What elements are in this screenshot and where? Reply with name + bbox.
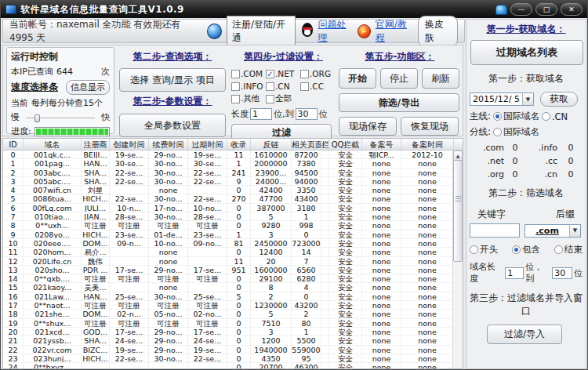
table-cell: 00fLg.com [24, 204, 82, 212]
column-header-12[interactable]: 备案时间 [401, 139, 454, 150]
table-row[interactable]: 170**naot...可注册可注册可注册可注册0123000043200安全n… [3, 301, 452, 310]
get-domains-panel: 第一步-获取域名： 过期域名列表 第一步：获取域名 2015/12/ 5 ▼ 获… [466, 19, 586, 369]
table-row[interactable]: 90208yo...HICH...23-se...01-de...23-se..… [3, 230, 452, 239]
table-row[interactable]: 12020Life.cn魏伟none11207安全nonenone [3, 257, 452, 266]
table-row[interactable]: 50086tua...HICH...22-se...30-no...22-se.… [3, 194, 452, 203]
register-login-button[interactable]: 注册/登陆/开通 [227, 16, 296, 47]
table-row[interactable]: 7010tiao...JIAN...28-se...30-no...28-se.… [3, 212, 452, 221]
tld-checkbox-net[interactable]: ✓.NET [266, 67, 300, 80]
column-header-4[interactable]: 续费时间 [149, 139, 188, 150]
table-row[interactable]: 2003abc....SHA...22-se...30-no...22-se..… [3, 169, 452, 177]
close-button[interactable]: ✕ [561, 3, 583, 16]
column-header-0[interactable]: ID [3, 139, 24, 150]
match-radio-结束[interactable]: 结束 [554, 244, 583, 256]
tld-checkbox-com[interactable]: .COM [231, 67, 266, 80]
table-row[interactable]: 13020sho...PDR ...17-se...29-no...17-se.… [3, 266, 452, 274]
minimize-button[interactable]: — [510, 3, 532, 16]
table-row[interactable]: 10020eee....DOM...09-n...10-no...09-no..… [3, 239, 452, 248]
table-cell: 0**naot... [24, 301, 82, 309]
titlebar-gem-icon[interactable] [495, 5, 507, 15]
table-cell: none [362, 177, 401, 185]
stop-button[interactable]: 停止 [380, 68, 418, 89]
table-row[interactable]: 600fLg.comJULI...10-n...17-no...10-no...… [3, 204, 452, 212]
domain-length-to-input[interactable]: 30 [552, 267, 572, 279]
column-header-6[interactable]: 收录 [227, 139, 251, 150]
tld-checkbox-其他[interactable]: .其他 [231, 92, 266, 105]
column-header-7[interactable]: 反链 [251, 139, 292, 150]
get-button[interactable]: 获取 [540, 92, 578, 107]
table-row[interactable]: 23023hunj...HICH...22-se...30-no...22-se… [3, 354, 452, 363]
table-row[interactable]: 20021xcd...GOD...17-se...29-no...17-se..… [3, 328, 452, 336]
table-row[interactable]: 18021she...DOM...02-n...05-no...02-no...… [3, 310, 452, 318]
table-row[interactable]: 15021kaoy...吴美...none084安全nonenone [3, 283, 452, 292]
tld-checkbox-info[interactable]: .INFO [231, 80, 266, 92]
scrollbar-thumb[interactable] [453, 160, 463, 262]
table-row[interactable]: 0001gk.c...BEIJI...19-se...29-no...19-se… [3, 151, 452, 159]
match-radio-包含[interactable]: 包含 [512, 244, 540, 256]
column-header-8[interactable]: 相关页面 [292, 139, 321, 150]
branch-line-label: 分线: [470, 126, 491, 138]
table-cell: 95 [292, 354, 321, 362]
scene-restore-button[interactable]: 恢复现场 [401, 117, 459, 136]
main-line-radio-国际域名[interactable]: 国际域名 [493, 111, 539, 122]
table-row[interactable]: 21021yssb...SHA...24-se...29-no...24-se.… [3, 336, 452, 345]
table-scrollbar[interactable]: ▲ [452, 151, 463, 368]
tld-checkbox-cn[interactable]: .CN [266, 80, 300, 92]
start-button[interactable]: 开始 [339, 68, 376, 89]
tld-checkbox-cc[interactable]: .CC [300, 80, 335, 92]
issue-help-link[interactable]: 问题处理 [318, 18, 353, 45]
info-display-button[interactable]: 信息显示 [66, 80, 110, 95]
table-cell: none [401, 159, 452, 167]
table-row[interactable]: 140**gxb....可注册可注册可注册可注册0291006280安全none… [3, 274, 452, 283]
tld-checkbox-全部[interactable]: 全部 [266, 92, 300, 105]
table-cell: 3180 [292, 204, 321, 212]
table-cell: 021she... [24, 310, 82, 317]
speed-slider[interactable] [26, 113, 95, 122]
column-header-3[interactable]: 创建时间 [110, 139, 149, 150]
table-row[interactable]: 16021Law...HAN...25-se...30-no...25-se..… [3, 292, 452, 301]
table-cell: none [401, 266, 452, 274]
table-row[interactable]: 22022vr.comBIZC...19-se...29-no...19-se.… [3, 346, 452, 354]
table-row[interactable]: 4007wifi.cn刘星none0424003350安全nonenone [3, 186, 452, 194]
table-cell: 387000 [251, 204, 292, 212]
filter-export-button[interactable]: 筛选/导出 [339, 93, 459, 112]
table-row[interactable]: 80**uxh...可注册可注册可注册可注册09280998安全nonenone [3, 221, 452, 230]
table-row[interactable]: 190**shux...可注册可注册可注册可注册0751080安全nonenon… [3, 319, 452, 328]
column-header-10[interactable]: QQ拦截 [329, 139, 362, 150]
column-header-2[interactable]: 注册商 [82, 139, 110, 150]
column-header-5[interactable]: 过期时间 [188, 139, 227, 150]
change-skin-button[interactable]: 换皮肤 [418, 16, 458, 47]
table-row[interactable]: 11020hom...易介...none01240014安全nonenone [3, 248, 452, 256]
domain-length-from-input[interactable]: 1 [505, 267, 524, 279]
refresh-button[interactable]: 刷新 [422, 68, 459, 89]
global-params-button[interactable]: 全局参数设置 [119, 114, 226, 137]
tld-checkbox-org[interactable]: .ORG [300, 67, 335, 80]
date-picker[interactable]: 2015/12/ 5 ▼ [470, 92, 534, 106]
slider-thumb[interactable] [34, 114, 40, 122]
branch-line-radio-国际域名[interactable]: 国际域名 [493, 126, 539, 138]
suffix-select[interactable]: .com ▼ [524, 224, 581, 238]
table-row[interactable]: 3005abc....SHA...22-se...30-no...22-se..… [3, 177, 452, 186]
suffix-dropdown-icon[interactable]: ▼ [569, 225, 580, 237]
main-line-radio-cn[interactable]: .CN [542, 111, 568, 122]
column-header-1[interactable]: 域名 [24, 139, 82, 150]
official-site-link[interactable]: 官网/教程 [376, 18, 413, 45]
column-header-11[interactable]: 备案号 [362, 139, 401, 150]
filter-import-button[interactable]: 过滤/导入 [487, 325, 562, 344]
table-cell: none [362, 301, 401, 309]
expired-domains-button[interactable]: 过期域名列表 [470, 40, 583, 65]
table-cell: none [401, 301, 452, 309]
maximize-button[interactable]: □ [535, 3, 557, 16]
match-radio-开头[interactable]: 开头 [470, 244, 498, 256]
scene-save-button[interactable]: 现场保存 [339, 117, 397, 136]
table-row[interactable]: 1001pag...HAN...30-se...30-no...30-se...… [3, 159, 452, 168]
keyword-input[interactable] [470, 223, 520, 238]
length-to-input[interactable]: 30 [296, 108, 318, 120]
date-row: 2015/12/ 5 ▼ 获取 [470, 92, 583, 107]
table-row[interactable]: 240**bxvz...02070046300安全nonenone [3, 363, 452, 368]
column-header-9[interactable]: 拦截 [321, 139, 329, 150]
select-query-items-button[interactable]: 选择 查询/显示 项目 [119, 68, 226, 92]
date-dropdown-icon[interactable]: ▼ [522, 93, 533, 105]
table-cell: GOD... [82, 328, 110, 336]
length-from-input[interactable]: 1 [250, 108, 272, 120]
